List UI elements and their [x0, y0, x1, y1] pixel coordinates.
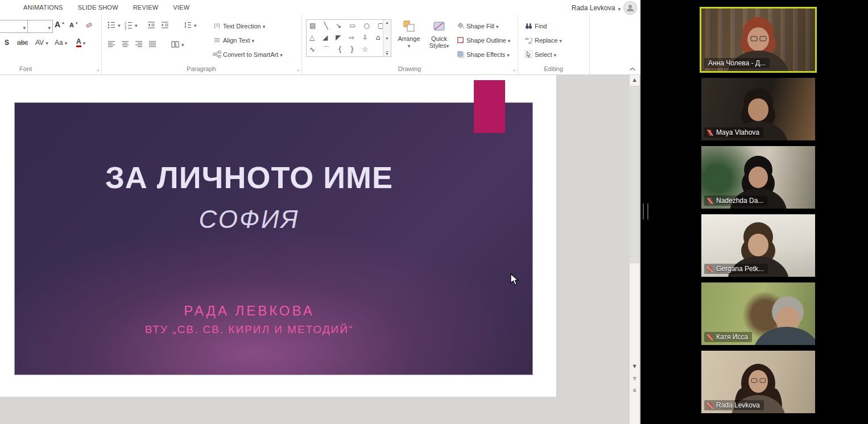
vertical-scrollbar[interactable]: ▲ ▼ ⇈ ⇊ [629, 75, 639, 424]
tab-slideshow[interactable]: SLIDE SHOW [71, 0, 126, 15]
ribbon-group-editing: Find abac Replace Select Editing [518, 15, 590, 74]
participant-tile[interactable]: Gergana Petk... [701, 214, 815, 277]
chevron-down-icon [408, 42, 411, 49]
convert-to-smartart-button[interactable]: Convert to SmartArt [213, 50, 283, 59]
justify-icon [148, 40, 157, 49]
text-direction-button[interactable]: Text Direction [213, 22, 265, 30]
text-shadow-button[interactable]: S [5, 39, 9, 47]
eraser-icon [84, 20, 93, 30]
font-name-select[interactable] [0, 20, 28, 33]
group-label-paragraph: Paragraph [101, 65, 301, 72]
font-size-select[interactable] [27, 20, 53, 33]
shape-outline-button[interactable]: Shape Outline [456, 36, 510, 44]
font-color-button[interactable]: A [76, 38, 85, 47]
scroll-up-icon[interactable]: ▴ [386, 20, 388, 25]
scroll-down-button[interactable]: ▼ [630, 361, 639, 371]
chevron-down-icon [618, 3, 621, 13]
participant-name-tag: Анна Чолева - Д... [704, 58, 770, 68]
participant-name-tag: Gergana Petk... [704, 264, 768, 274]
increase-indent-button[interactable] [160, 20, 170, 30]
participant-name: Nadezhda Da... [716, 197, 763, 205]
account-name[interactable]: Rada Levkova [572, 4, 615, 12]
participant-name-tag: Rada Levkova [704, 400, 764, 410]
chevron-down-icon [194, 21, 197, 29]
replace-button[interactable]: abac Replace [524, 36, 562, 44]
align-text-button[interactable]: Align Text [213, 36, 254, 44]
strikethrough-button[interactable]: abc [17, 39, 28, 47]
align-right-button[interactable] [134, 40, 143, 49]
shapes-gallery-row[interactable]: ▤ ╲ ↘ ▭ ○ ▢ [307, 20, 391, 32]
bullets-button[interactable] [107, 20, 121, 30]
shapes-gallery-row[interactable]: ∿ ⌒ { } ☆ [307, 44, 391, 56]
slide-canvas: ЗА ЛИЧНОТО ИМЕ СОФИЯ РАДА ЛЕВКОВА ВТУ „С… [0, 75, 557, 397]
participant-name: Gergana Petk... [716, 265, 764, 273]
slide-title-line2[interactable]: СОФИЯ [15, 205, 483, 234]
ribbon-tab-bar: ANIMATIONS SLIDE SHOW REVIEW VIEW Rada L… [0, 0, 640, 15]
chevron-down-icon [181, 40, 184, 48]
collapse-ribbon-button[interactable] [629, 67, 636, 71]
participant-tile[interactable]: Maya Vlahova [701, 78, 815, 140]
participant-tile[interactable]: Rada Levkova [701, 351, 815, 413]
line-spacing-button[interactable] [183, 20, 197, 30]
chevron-down-icon [65, 39, 68, 47]
next-slide-button[interactable]: ⇊ [630, 385, 639, 395]
mic-muted-icon [706, 334, 714, 341]
svg-text:ac: ac [528, 40, 532, 44]
scroll-down-icon[interactable]: ▾ [386, 36, 388, 41]
slide-title-line1[interactable]: ЗА ЛИЧНОТО ИМЕ [15, 160, 483, 195]
dialog-launcher-icon[interactable] [513, 66, 515, 72]
dialog-launcher-icon[interactable] [297, 66, 299, 72]
change-case-button[interactable]: Aa [55, 39, 67, 47]
group-label-editing: Editing [518, 65, 589, 72]
numbering-button[interactable]: 123 [124, 20, 138, 30]
participant-tile[interactable]: Катя Исса [701, 282, 815, 345]
ribbon-group-drawing: ▤ ╲ ↘ ▭ ○ ▢ △ ◢ ◤ ⇨ ⇩ ⌂ ∿ ⌒ { } ☆ ▴▾▾ Ar… [301, 15, 518, 74]
quick-styles-button[interactable]: Quick Styles [424, 18, 454, 68]
shapes-gallery[interactable]: ▤ ╲ ↘ ▭ ○ ▢ △ ◢ ◤ ⇨ ⇩ ⌂ ∿ ⌒ { } ☆ ▴▾▾ [306, 19, 391, 57]
slide-affiliation[interactable]: ВТУ „СВ. СВ. КИРИЛ И МЕТОДИЙ“ [15, 323, 483, 336]
justify-button[interactable] [148, 40, 157, 49]
mic-muted-icon [706, 265, 714, 273]
slide-author[interactable]: РАДА ЛЕВКОВА [15, 303, 483, 319]
powerpoint-window: ANIMATIONS SLIDE SHOW REVIEW VIEW Rada L… [0, 0, 640, 424]
participant-name-tag: Nadezhda Da... [704, 196, 767, 206]
shapes-gallery-scrollbar[interactable]: ▴▾▾ [383, 20, 391, 56]
participant-tile[interactable]: Nadezhda Da... [701, 146, 815, 209]
scrollbar-thumb[interactable] [630, 86, 639, 263]
tab-review[interactable]: REVIEW [126, 0, 166, 15]
tab-animations[interactable]: ANIMATIONS [16, 0, 71, 15]
scroll-up-button[interactable]: ▲ [630, 75, 639, 85]
chevron-down-icon [447, 42, 449, 49]
text-direction-icon [213, 22, 221, 30]
arrange-button[interactable]: Arrange [395, 18, 423, 68]
shrink-font-button[interactable]: A [69, 21, 77, 29]
shape-fill-button[interactable]: Shape Fill [456, 22, 498, 30]
arrow-up-icon [62, 20, 64, 28]
align-left-button[interactable] [107, 40, 116, 49]
decrease-indent-button[interactable] [147, 20, 156, 30]
align-center-button[interactable] [121, 40, 130, 49]
slide[interactable]: ЗА ЛИЧНОТО ИМЕ СОФИЯ РАДА ЛЕВКОВА ВТУ „С… [14, 102, 533, 375]
shapes-gallery-row[interactable]: △ ◢ ◤ ⇨ ⇩ ⌂ [307, 32, 391, 44]
gallery-more-icon[interactable]: ▾ [386, 51, 388, 56]
avatar[interactable] [623, 1, 637, 15]
columns-button[interactable] [171, 40, 184, 49]
clear-formatting-button[interactable] [84, 20, 93, 30]
account-area[interactable]: Rada Levkova [572, 1, 637, 15]
panel-resize-handle[interactable] [643, 203, 648, 219]
grow-font-button[interactable]: A [55, 20, 64, 29]
shape-effects-button[interactable]: Shape Effects [456, 50, 510, 59]
participant-tile[interactable]: Анна Чолева - Д... [700, 7, 817, 73]
slide-accent-rectangle[interactable] [474, 80, 505, 133]
character-spacing-button[interactable]: AV [35, 39, 48, 47]
find-button[interactable]: Find [524, 22, 547, 30]
tab-view[interactable]: VIEW [166, 0, 197, 15]
dialog-launcher-icon[interactable] [97, 66, 99, 72]
person-icon [626, 3, 635, 13]
arrange-icon [402, 19, 416, 33]
previous-slide-button[interactable]: ⇈ [630, 374, 639, 384]
binoculars-icon [524, 22, 533, 30]
replace-icon: abac [524, 36, 533, 44]
select-button[interactable]: Select [524, 50, 556, 59]
chevron-down-icon [263, 23, 266, 30]
